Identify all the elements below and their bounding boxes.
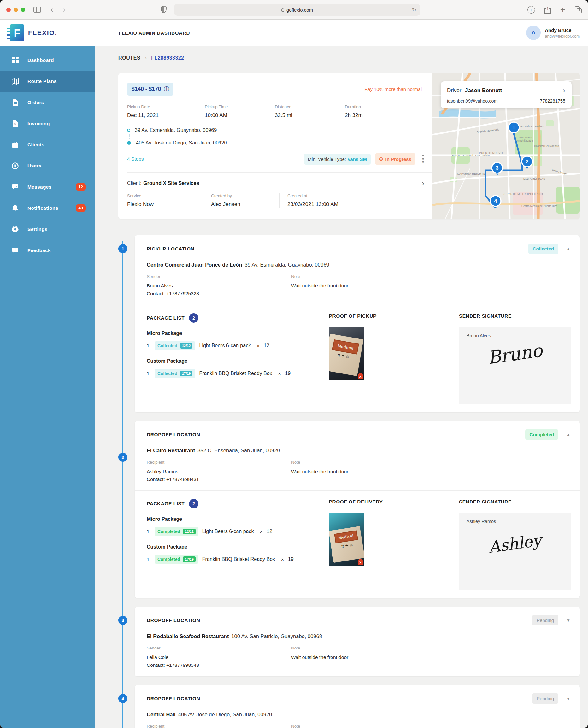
origin-address: 39 Av. Esmeralda, Guaynabo, 00969 <box>127 127 433 133</box>
minimize-window-button[interactable] <box>14 7 18 12</box>
browser-sidebar-icon[interactable] <box>34 7 41 13</box>
kebab-menu-icon[interactable]: ••• <box>420 154 425 164</box>
downloads-icon[interactable]: ↓ <box>527 6 535 14</box>
stop-type-label: DROPOFF LOCATION <box>147 432 200 437</box>
chevron-right-icon[interactable]: › <box>422 179 424 187</box>
sidebar-item-settings[interactable]: Settings <box>0 219 94 240</box>
contact-block: Recipient Ashley Steinfield <box>147 724 291 728</box>
chat-icon <box>12 184 19 190</box>
stop-1: 1 PICKUP LOCATION Collected ▲ Centro Com… <box>118 235 580 412</box>
svg-text:4: 4 <box>494 198 497 204</box>
sidebar-item-invoicing[interactable]: $ Invoicing <box>0 113 94 134</box>
sidebar-item-messages[interactable]: Messages 12 <box>0 176 94 197</box>
flexio-logo-icon <box>7 24 24 41</box>
stop-status-badge: Collected <box>528 243 559 254</box>
breadcrumb-routes-link[interactable]: ROUTES <box>118 55 140 61</box>
medical-label: Medical <box>334 531 358 543</box>
main-content: ROUTES › FL288933322 $140 - $170 ⓘ Pay 1… <box>94 46 588 728</box>
reload-icon[interactable]: ↻ <box>412 7 416 13</box>
page-title: FLEXIO ADMIN DASHBOARD <box>119 30 190 36</box>
chevron-right-icon[interactable]: › <box>563 87 565 94</box>
note-block: Note Wait outside the front door <box>291 460 348 482</box>
svg-text:Tito Puente: Tito Puente <box>518 136 532 139</box>
privacy-shield-icon[interactable] <box>161 6 167 13</box>
back-icon[interactable]: ‹ <box>50 5 53 15</box>
client-row[interactable]: Client:Ground X Site Services › <box>127 179 433 187</box>
delete-photo-icon[interactable]: ✕ <box>358 560 363 565</box>
expand-icon[interactable]: ▼ <box>567 697 570 701</box>
breadcrumb: ROUTES › FL288933322 <box>118 55 580 61</box>
info-icon[interactable]: ⓘ <box>164 85 169 93</box>
package-status-badge: Completed 17/19 <box>155 555 198 564</box>
user-menu[interactable]: A Andy Bruce andy@flexiopr.com <box>526 25 588 40</box>
medical-label: Medical <box>332 339 359 354</box>
user-email: andy@flexiopr.com <box>545 34 580 39</box>
dashboard-icon <box>12 57 19 63</box>
svg-text:REPARTO METROPOLITANO: REPARTO METROPOLITANO <box>503 192 543 196</box>
sidebar-item-feedback[interactable]: ! Feedback <box>0 240 94 261</box>
vehicle-type-badge: Min. Vehicle Type: Vans SM <box>304 154 371 165</box>
proof-photo[interactable]: Medical ⇈ ☂ ♲ ✕ <box>329 513 364 566</box>
note-block: Note Wait outside the front door <box>291 274 348 297</box>
svg-text:Bosque Urbano de San Patricio: Bosque Urbano de San Patricio <box>452 154 489 157</box>
new-tab-icon[interactable]: + <box>560 5 565 15</box>
url-bar[interactable]: goflexio.com ↻ <box>174 4 420 16</box>
flexio-logo[interactable]: FLEXIO. <box>0 24 94 41</box>
collapse-icon[interactable]: ▲ <box>567 432 570 437</box>
url-text: goflexio.com <box>287 7 313 13</box>
browser-chrome: ‹ › goflexio.com ↻ ↓ ↑ + <box>0 0 588 20</box>
driver-label: Driver: <box>447 87 463 94</box>
sidebar-item-orders[interactable]: Orders <box>0 92 94 113</box>
field-created-at: Created at 23/03/2021 12:00 AM <box>280 193 356 208</box>
stop-type-label: DROPOFF LOCATION <box>147 618 200 623</box>
tab-overview-icon[interactable] <box>575 6 582 13</box>
sidebar-item-dashboard[interactable]: Dashboard <box>0 49 94 71</box>
sidebar-item-notifications[interactable]: Notifications 43 <box>0 197 94 219</box>
delete-photo-icon[interactable]: ✕ <box>358 374 363 379</box>
steering-wheel-icon <box>12 163 19 169</box>
driver-phone: 7782281755 <box>540 99 565 104</box>
stop-status-badge: Pending <box>532 615 558 625</box>
sidebar-item-clients[interactable]: Clients <box>0 134 94 155</box>
stop-status-badge: Pending <box>532 693 558 704</box>
package-status-badge: Collected 12/12 <box>155 341 195 350</box>
driver-card[interactable]: Driver: Jason Bennett › jasonben99@yahoo… <box>441 81 572 108</box>
route-map[interactable]: Rincon Escandido Avenida Roosevelt Hiram… <box>433 73 580 219</box>
driver-email: jasonben99@yahoo.com <box>447 99 498 104</box>
sidebar-item-route-plans[interactable]: Route Plans <box>0 71 94 92</box>
proof-of-delivery: PROOF OF DELIVERY Medical ⇈ ☂ ♲ ✕ <box>320 491 450 598</box>
zoom-window-button[interactable] <box>21 7 25 12</box>
stop-type-label: DROPOFF LOCATION <box>147 696 200 702</box>
signature-box: Ashley Ramos Ashley <box>459 513 571 590</box>
svg-text:Centro Médico de Puerto Rico: Centro Médico de Puerto Rico <box>521 205 558 208</box>
collapse-icon[interactable]: ▲ <box>567 247 570 251</box>
chevron-right-icon: › <box>145 55 147 61</box>
user-name: Andy Bruce <box>545 27 580 33</box>
stop-3: 3 DROPOFF LOCATION Pending ▼ El Rodaball… <box>118 607 580 676</box>
contact-block: Recipient Ashley Ramos Contact: +1787489… <box>147 460 291 482</box>
note-block: Note Wait outside the front door <box>291 724 348 728</box>
note-block: Note Wait outside the front door <box>291 646 348 668</box>
bell-icon <box>12 205 19 212</box>
expand-icon[interactable]: ▼ <box>567 618 570 623</box>
price-range-badge: $140 - $170 ⓘ <box>127 83 173 95</box>
close-window-button[interactable] <box>6 7 11 12</box>
forward-icon[interactable]: › <box>63 5 66 15</box>
window-controls <box>6 7 25 12</box>
breadcrumb-route-id[interactable]: FL288933322 <box>151 55 184 61</box>
share-icon[interactable]: ↑ <box>544 6 551 14</box>
field-distance: Distance 32.5 mi <box>267 104 337 119</box>
stops-count-link[interactable]: 4 Stops <box>127 156 144 162</box>
proof-photo[interactable]: Medical ⇈ ☂ ♲ ✕ <box>329 327 364 380</box>
stops-timeline: 1 PICKUP LOCATION Collected ▲ Centro Com… <box>118 235 580 728</box>
package-status-badge: Collected 17/19 <box>155 369 195 378</box>
gear-icon <box>12 226 19 233</box>
sender-signature: SENDER SIGNATURE Bruno Alves Bruno <box>450 305 580 412</box>
briefcase-icon <box>12 142 19 148</box>
map-icon <box>12 78 19 85</box>
origin-dot-icon <box>127 129 130 132</box>
package-list: PACKAGE LIST 2 Micro Package 1. Complete… <box>135 491 320 598</box>
times-icon: × <box>281 557 284 562</box>
sidebar-item-users[interactable]: Users <box>0 155 94 176</box>
destination-address: 405 Av. José de Diego, San Juan, 00920 <box>127 140 433 146</box>
